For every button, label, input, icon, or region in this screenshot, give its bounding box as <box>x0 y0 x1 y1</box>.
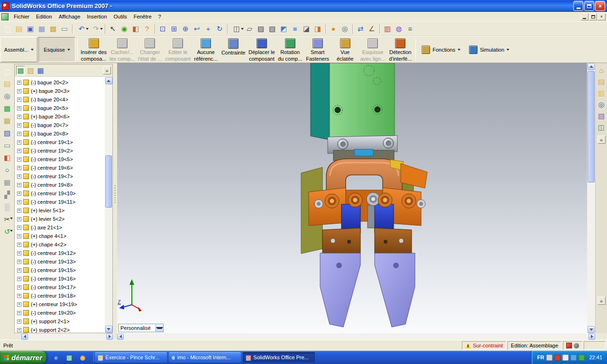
scroll-thumb[interactable] <box>105 155 112 208</box>
tree-item[interactable]: + (+) support 2<2> <box>15 326 105 333</box>
expand-icon[interactable]: + <box>17 260 21 264</box>
tray-network-icon[interactable] <box>570 355 577 361</box>
hide-show-components-button[interactable]: Cacher/... les comp... <box>108 36 136 63</box>
menu-aide[interactable]: ? <box>155 12 165 21</box>
expand-icon[interactable]: + <box>17 311 21 315</box>
expand-icon[interactable]: + <box>17 277 21 281</box>
expand-icon[interactable]: + <box>17 140 21 145</box>
quicklaunch-browser-icon[interactable]: e <box>50 352 62 363</box>
quicklaunch-media-icon[interactable]: ◉ <box>77 352 88 363</box>
expand-icon[interactable]: + <box>17 191 21 196</box>
start-button[interactable]: démarrer <box>0 351 46 364</box>
tree-item[interactable]: + (-) centreur 19<16> <box>15 274 105 283</box>
tree-item[interactable]: + (+) centreur 19<19> <box>15 300 105 309</box>
expand-icon[interactable]: + <box>17 106 21 110</box>
tree-item[interactable]: + (-) bague 20<4> <box>15 95 105 104</box>
scroll-up-button[interactable] <box>588 63 595 70</box>
make-assembly-icon[interactable]: ▩ <box>47 23 59 35</box>
mate-icon[interactable]: ⇄ <box>355 23 366 35</box>
expand-icon[interactable]: + <box>17 319 21 324</box>
side-pattern-icon[interactable]: ▞ <box>1 189 13 200</box>
triad-z-label[interactable]: Z <box>118 299 121 305</box>
expand-icon[interactable]: + <box>17 132 21 136</box>
hidden-lines-removed-icon[interactable]: ▧ <box>267 23 278 35</box>
side-sheet-icon[interactable]: ▭ <box>1 140 13 150</box>
task-solidworks[interactable]: ▩ SolidWorks Office Pre... <box>243 352 315 363</box>
side-grid-icon[interactable]: ▦ <box>1 177 13 187</box>
orientation-triad[interactable]: Z <box>118 279 142 311</box>
expand-icon[interactable]: + <box>17 89 21 93</box>
realview-icon[interactable]: ● <box>328 23 339 35</box>
rebuild-icon[interactable]: ◉ <box>119 23 130 35</box>
maximize-button[interactable] <box>584 1 594 11</box>
combo-dropdown-button[interactable] <box>156 324 163 332</box>
expand-icon[interactable]: + <box>17 217 21 221</box>
side-reload-icon[interactable]: ↺ <box>1 226 13 237</box>
toolbar-separator[interactable] <box>153 23 157 35</box>
tree-item[interactable]: + (-) centreur 19<8> <box>15 181 105 189</box>
toolbar-separator[interactable] <box>103 23 107 35</box>
assembly-model[interactable]: Z <box>117 63 587 333</box>
interference-detection-button[interactable]: Détection d'interfé... <box>386 36 414 63</box>
scroll-up-button[interactable] <box>105 77 112 84</box>
scroll-right-button[interactable] <box>589 334 595 340</box>
tree-item[interactable]: + (-) bague 20<5> <box>15 104 105 112</box>
model-gripper-fingers[interactable] <box>320 253 415 327</box>
graphics-area[interactable]: Z Personnalisé <box>117 63 587 333</box>
shadows-icon[interactable]: ◪ <box>301 23 312 35</box>
simulation-button[interactable]: Simulation <box>465 36 514 63</box>
tree-item[interactable]: + (-) centreur 19<15> <box>15 266 105 274</box>
propertymanager-tab-icon[interactable]: ▨ <box>26 66 35 75</box>
toolbar-separator[interactable] <box>350 23 355 35</box>
explode-line-sketch-button[interactable]: Esquisse avec lign... <box>359 36 387 63</box>
tree-item[interactable]: + (-) centreur 19<10> <box>15 189 105 198</box>
expand-icon[interactable]: + <box>17 268 21 273</box>
task-pane-collapse-button[interactable]: « <box>598 136 606 144</box>
menu-fenetre[interactable]: Fenêtre <box>130 12 155 21</box>
rotate-view-icon[interactable]: ↻ <box>214 23 225 35</box>
tree-item[interactable]: + (-) centreur 19<18> <box>15 291 105 300</box>
previous-view-icon[interactable]: ↩ <box>191 23 202 35</box>
fonctions-button[interactable]: Fonctions <box>417 36 465 63</box>
shaded-icon[interactable]: ■ <box>289 23 301 35</box>
resources-home-icon[interactable]: ⌂ <box>597 65 607 75</box>
move-component-button[interactable]: Déplacer le composant <box>247 36 276 63</box>
menu-affichage[interactable]: Affichage <box>55 12 84 21</box>
model-green-block[interactable] <box>311 63 395 140</box>
expand-icon[interactable]: + <box>17 174 21 179</box>
wireframe-icon[interactable]: ▱ <box>244 23 255 35</box>
tree-item[interactable]: + (-) centreur 19<11> <box>15 198 105 206</box>
smart-fasteners-button[interactable]: Smart Fasteners <box>304 36 331 63</box>
expand-icon[interactable]: + <box>17 209 21 213</box>
expand-icon[interactable]: + <box>17 200 21 204</box>
expand-icon[interactable]: + <box>17 302 21 307</box>
measure-icon[interactable]: ∠ <box>366 23 377 35</box>
search-icon[interactable]: ◎ <box>597 100 607 109</box>
design-library-icon[interactable]: ▤ <box>597 77 607 87</box>
side-paint-icon[interactable]: ◧ <box>1 152 13 163</box>
insert-components-button[interactable]: Insérer des composa... <box>79 36 108 63</box>
mdi-close-button[interactable]: × <box>598 13 606 20</box>
mdi-restore-button[interactable] <box>589 13 597 20</box>
close-button[interactable]: × <box>595 1 605 11</box>
language-indicator[interactable]: FR <box>537 355 544 360</box>
minimize-button[interactable] <box>573 1 583 11</box>
tree-item[interactable]: + (-) centreur 19<2> <box>15 146 105 155</box>
model-brown-blocks[interactable] <box>322 228 412 255</box>
print-icon[interactable]: ▭ <box>59 23 70 35</box>
zoom-fit-icon[interactable]: ⊡ <box>157 23 168 35</box>
expand-icon[interactable]: + <box>17 166 21 170</box>
tree-item[interactable]: + (+) levier 5<2> <box>15 215 105 223</box>
expand-icon[interactable]: + <box>17 149 21 153</box>
tree-item[interactable]: + (-) centreur 19<7> <box>15 172 105 181</box>
expand-icon[interactable]: + <box>17 98 21 102</box>
panel-splitter[interactable] <box>113 63 117 333</box>
expand-icon[interactable]: + <box>17 123 21 127</box>
side-cut-icon[interactable]: ✂ <box>1 214 13 224</box>
expand-icon[interactable]: + <box>17 251 21 255</box>
side-clock-icon[interactable]: ○ <box>1 164 13 175</box>
tab-esquisse[interactable]: Esquisse <box>38 37 75 62</box>
appearance-icon[interactable]: ◧ <box>130 23 141 35</box>
side-texture-icon[interactable]: ▒ <box>1 201 13 212</box>
task-pane-collapse-button-2[interactable]: « <box>598 297 606 305</box>
